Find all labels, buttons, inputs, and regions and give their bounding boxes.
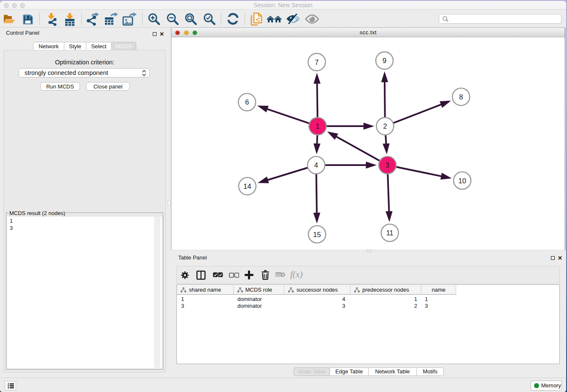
svg-text:4: 4 [314, 161, 318, 169]
svg-text:6: 6 [245, 98, 249, 106]
svg-text:8: 8 [459, 93, 463, 100]
svg-text:7: 7 [315, 58, 319, 66]
svg-text:15: 15 [313, 230, 321, 238]
svg-text:3: 3 [385, 161, 389, 169]
svg-text:2: 2 [383, 122, 387, 130]
svg-text:10: 10 [458, 177, 466, 184]
svg-text:14: 14 [243, 182, 251, 190]
svg-text:11: 11 [386, 229, 394, 237]
svg-text:1: 1 [316, 122, 319, 130]
svg-text:9: 9 [383, 57, 386, 64]
